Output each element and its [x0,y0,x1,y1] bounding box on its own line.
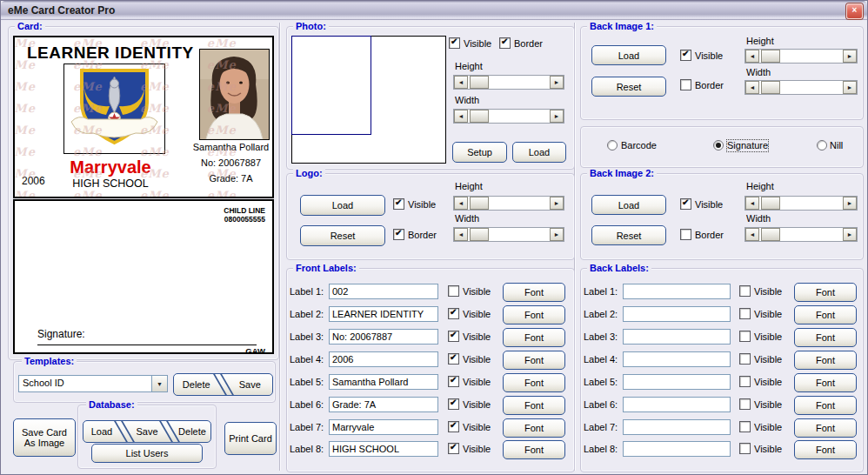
back-label-3-font-button[interactable]: Font [794,328,857,347]
back-label-2-input[interactable] [623,306,731,322]
front-label-2-font-button[interactable]: Font [503,305,565,324]
logo-visible-checkbox[interactable] [393,198,404,210]
back-label-6-visible-checkbox[interactable] [739,398,751,410]
photo-width-slider[interactable]: ◄ ► [453,109,564,124]
slider-thumb[interactable] [470,197,489,210]
slider-right-arrow-icon[interactable]: ► [843,228,857,241]
slider-right-arrow-icon[interactable]: ► [843,50,857,63]
photo-height-slider[interactable]: ◄ ► [453,75,564,90]
slider-right-arrow-icon[interactable]: ► [550,197,564,210]
back-image-1-load-button[interactable]: Load [591,45,666,65]
slider-track[interactable] [780,228,843,241]
front-label-6-input[interactable] [329,397,438,412]
logo-width-slider[interactable]: ◄ ► [453,227,564,242]
front-label-7-visible-checkbox[interactable] [448,421,459,432]
slider-left-arrow-icon[interactable]: ◄ [745,50,759,63]
front-label-8-visible-checkbox[interactable] [448,443,459,454]
front-label-3-font-button[interactable]: Font [503,328,565,347]
front-label-1-visible-checkbox[interactable] [448,285,459,297]
back-label-5-font-button[interactable]: Font [794,373,857,392]
slider-left-arrow-icon[interactable]: ◄ [745,197,759,210]
database-delete-button[interactable]: Delete [174,421,210,442]
photo-border-checkbox[interactable] [499,37,511,49]
slider-thumb[interactable] [470,228,489,241]
template-delete-button[interactable]: Delete [174,374,219,395]
photo-setup-button[interactable]: Setup [452,142,507,163]
back-image-2-load-button[interactable]: Load [591,195,666,215]
database-load-button[interactable]: Load [83,421,120,442]
slider-thumb[interactable] [761,228,780,241]
chevron-down-icon[interactable]: ▼ [151,376,167,391]
slider-track[interactable] [780,197,843,210]
back-label-1-font-button[interactable]: Font [794,283,857,302]
list-users-button[interactable]: List Users [91,444,203,463]
back-label-7-input[interactable] [623,419,731,435]
front-label-7-font-button[interactable]: Font [503,418,565,438]
slider-track[interactable] [780,50,843,63]
back-image-1-height-slider[interactable]: ◄ ► [744,49,858,64]
back-label-1-visible-checkbox[interactable] [739,285,751,297]
slider-right-arrow-icon[interactable]: ► [843,81,857,94]
back-image-2-visible-checkbox[interactable] [680,198,691,210]
slider-thumb[interactable] [761,197,780,210]
back-label-5-input[interactable] [623,374,731,390]
front-label-6-visible-checkbox[interactable] [448,398,459,410]
back-label-4-input[interactable] [623,351,731,367]
back-image-1-visible-checkbox[interactable] [680,50,691,61]
close-icon[interactable]: × [846,3,863,19]
template-select[interactable]: School ID ▼ [18,375,168,392]
back-label-6-input[interactable] [623,397,731,412]
slider-thumb[interactable] [470,110,489,123]
back-label-7-visible-checkbox[interactable] [739,421,751,432]
back-label-3-visible-checkbox[interactable] [739,331,751,342]
front-label-6-font-button[interactable]: Font [503,396,565,415]
front-label-3-input[interactable] [329,329,438,345]
back-label-8-font-button[interactable]: Font [794,440,857,459]
logo-height-slider[interactable]: ◄ ► [453,196,564,211]
front-label-5-visible-checkbox[interactable] [448,376,459,387]
title-bar[interactable]: eMe Card Creator Pro × [1,1,867,20]
slider-thumb[interactable] [761,50,780,63]
photo-visible-checkbox[interactable] [449,37,460,49]
slider-right-arrow-icon[interactable]: ► [550,228,564,241]
front-label-2-input[interactable] [329,306,438,322]
front-label-8-input[interactable] [329,441,438,457]
slider-left-arrow-icon[interactable]: ◄ [454,197,468,210]
back-image-2-width-slider[interactable]: ◄ ► [744,227,858,242]
back-label-8-visible-checkbox[interactable] [739,443,751,454]
slider-thumb[interactable] [470,76,489,89]
front-label-7-input[interactable] [329,419,438,435]
slider-track[interactable] [489,76,550,89]
front-label-1-font-button[interactable]: Font [503,283,565,302]
back-image-2-border-checkbox[interactable] [680,229,691,240]
database-save-button[interactable]: Save [129,421,165,442]
front-label-4-font-button[interactable]: Font [503,351,565,370]
slider-track[interactable] [489,110,550,123]
back-image-2-reset-button[interactable]: Reset [591,225,666,245]
back-label-6-font-button[interactable]: Font [794,396,857,415]
front-label-2-visible-checkbox[interactable] [448,308,459,319]
slider-left-arrow-icon[interactable]: ◄ [745,228,759,241]
front-label-1-input[interactable] [329,284,438,299]
slider-left-arrow-icon[interactable]: ◄ [454,228,468,241]
slider-thumb[interactable] [761,81,780,94]
signature-radio[interactable] [713,140,724,151]
back-label-2-font-button[interactable]: Font [794,305,857,324]
back-image-2-height-slider[interactable]: ◄ ► [744,196,858,211]
logo-reset-button[interactable]: Reset [300,225,385,246]
barcode-radio[interactable] [607,140,618,151]
back-label-7-font-button[interactable]: Font [794,418,857,438]
barcode-radio-label[interactable]: Barcode [621,140,657,151]
slider-track[interactable] [489,228,550,241]
front-label-8-font-button[interactable]: Font [503,440,565,459]
front-label-4-input[interactable] [329,351,438,367]
slider-track[interactable] [780,81,843,94]
nill-radio[interactable] [817,140,827,151]
back-label-3-input[interactable] [623,329,731,345]
save-card-as-image-button[interactable]: Save Card As Image [13,418,76,457]
back-image-1-border-checkbox[interactable] [680,79,691,90]
front-label-5-input[interactable] [329,374,438,390]
logo-load-button[interactable]: Load [300,195,385,216]
back-label-5-visible-checkbox[interactable] [739,376,751,387]
back-image-1-width-slider[interactable]: ◄ ► [744,80,858,95]
